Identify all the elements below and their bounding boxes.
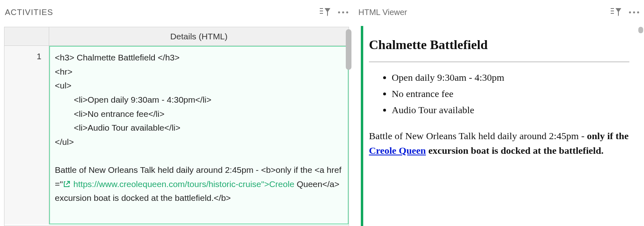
rendered-heading: Chalmette Battlefield <box>369 35 629 54</box>
activities-header-tools <box>319 8 348 17</box>
rendered-list: Open daily 9:30am - 4:30pm No entrance f… <box>369 70 629 117</box>
activities-panel: ACTIVITIES Details (HTML) 1 <h3> Chalmet… <box>0 0 353 226</box>
html-viewer-panel: HTML Viewer Chalmette Battlefield Open d… <box>353 0 644 226</box>
rendered-paragraph: Battle of New Orleans Talk held daily ar… <box>369 129 629 158</box>
rendered-hr <box>369 62 629 62</box>
vertical-scrollbar[interactable] <box>638 27 643 33</box>
viewer-header-tools <box>610 8 639 17</box>
source-link-segment: https://www.creolequeen.com/tours/histor… <box>71 179 295 189</box>
more-icon[interactable] <box>338 11 348 13</box>
rownum-header <box>4 27 49 46</box>
viewer-header: HTML Viewer <box>353 0 644 24</box>
html-rendered-view: Chalmette Battlefield Open daily 9:30am … <box>361 26 638 226</box>
list-item: Audio Tour available <box>392 103 629 117</box>
filter-icon[interactable] <box>610 8 622 17</box>
activities-header: ACTIVITIES <box>0 0 353 24</box>
details-cell[interactable]: <h3> Chalmette Battlefield </h3> <hr> <u… <box>49 46 349 224</box>
creole-queen-link[interactable]: Creole Queen <box>369 145 426 156</box>
row-number[interactable]: 1 <box>4 46 49 224</box>
list-item: Open daily 9:30am - 4:30pm <box>392 70 629 85</box>
source-segment-1: <h3> Chalmette Battlefield </h3> <hr> <u… <box>55 53 341 189</box>
activities-table: Details (HTML) 1 <h3> Chalmette Battlefi… <box>4 27 349 226</box>
more-icon[interactable] <box>629 11 639 13</box>
activities-title: ACTIVITIES <box>5 8 53 17</box>
column-header-details[interactable]: Details (HTML) <box>49 27 349 46</box>
html-source-editor[interactable]: <h3> Chalmette Battlefield </h3> <hr> <u… <box>49 46 349 224</box>
external-link-icon <box>63 181 70 188</box>
vertical-scrollbar[interactable] <box>346 29 351 70</box>
para-text: Battle of New Orleans Talk held daily ar… <box>369 131 587 141</box>
filter-icon[interactable] <box>319 8 331 17</box>
table-row: 1 <h3> Chalmette Battlefield </h3> <hr> … <box>4 46 349 224</box>
viewer-title: HTML Viewer <box>358 8 407 17</box>
table-header-row: Details (HTML) <box>4 27 349 46</box>
list-item: No entrance fee <box>392 86 629 101</box>
